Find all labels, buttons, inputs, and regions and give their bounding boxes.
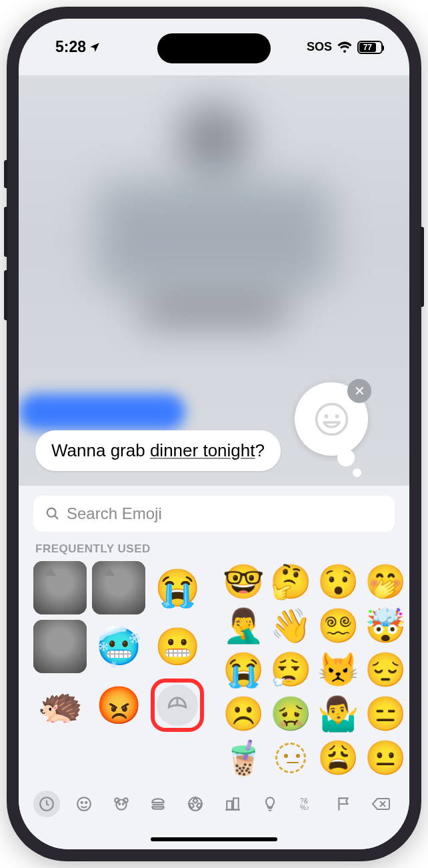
cat-sticker-2[interactable]	[92, 561, 145, 614]
svg-point-8	[85, 802, 87, 803]
cat-sticker-3[interactable]	[33, 620, 87, 673]
emoji-search-input[interactable]: Search Emoji	[33, 496, 395, 532]
emoji-cell[interactable]: 🤦‍♂️	[223, 605, 264, 646]
emoji-cell[interactable]: 🤔	[270, 561, 311, 602]
emoji-cell[interactable]: 🤢	[270, 693, 311, 735]
status-bar: 5:28 SOS 77	[19, 19, 409, 75]
battery-level: 77	[359, 43, 376, 52]
emoji-cell[interactable]: 😯	[317, 561, 359, 602]
contact-name-blur	[141, 299, 287, 322]
flag-icon	[335, 795, 353, 813]
search-placeholder: Search Emoji	[67, 504, 162, 523]
volume-down	[4, 270, 7, 320]
dotted-neutral-icon	[275, 743, 306, 773]
svg-rect-16	[227, 801, 232, 810]
iphone-frame: 5:28 SOS 77	[7, 7, 421, 861]
tapback-popup[interactable]: ✕	[295, 382, 368, 456]
category-travel[interactable]	[219, 791, 246, 817]
bear-icon	[113, 795, 130, 813]
tapback-close-button[interactable]: ✕	[347, 379, 371, 403]
symbols-icon: ?&%♪	[299, 796, 315, 812]
emoji-category-bar: ?&%♪	[19, 779, 409, 825]
svg-point-0	[316, 404, 347, 434]
emoji-cell[interactable]: 😔	[365, 649, 406, 691]
emoji-cell[interactable]: ☹️	[223, 693, 264, 735]
hedgehog[interactable]: 🦔	[33, 679, 87, 732]
location-icon	[89, 41, 101, 53]
emoji-rows: 😭🥶😬🦔😡 🤓🤔😯🤭🤦‍♂️👋😵‍💫🤯😭😮‍💨😾😔☹️🤢🤷‍♂️😑🧋😩😐	[19, 561, 409, 779]
emoji-cell[interactable]: 🤭	[365, 561, 406, 602]
category-smileys[interactable]	[71, 791, 97, 817]
bulb-icon	[261, 795, 279, 813]
emoji-grid: 🤓🤔😯🤭🤦‍♂️👋😵‍💫🤯😭😮‍💨😾😔☹️🤢🤷‍♂️😑🧋😩😐	[223, 561, 409, 779]
emoji-cell[interactable]	[270, 737, 311, 779]
category-animals[interactable]	[108, 791, 135, 817]
svg-point-9	[116, 800, 126, 810]
emoji-cell[interactable]: 👋	[270, 605, 311, 646]
delete-icon	[371, 795, 391, 813]
svg-point-13	[122, 803, 123, 805]
fortune-cookie[interactable]	[151, 679, 204, 732]
battery-icon: 77	[357, 41, 383, 54]
svg-point-1	[324, 414, 328, 418]
message-bubble[interactable]: Wanna grab dinner tonight?	[35, 430, 281, 471]
avatar-blur	[177, 102, 251, 175]
emoji-cell[interactable]: 🤷‍♂️	[317, 693, 359, 735]
emoji-cell[interactable]: 😑	[365, 693, 406, 735]
emoji-cell[interactable]: 😩	[317, 737, 359, 779]
category-recent[interactable]	[33, 791, 60, 817]
category-symbols[interactable]: ?&%♪	[293, 791, 320, 817]
svg-point-6	[77, 797, 91, 811]
volume-up	[4, 207, 7, 257]
emoji-cell[interactable]: 😮‍💨	[270, 649, 311, 691]
emoji-cell[interactable]: 😐	[365, 737, 406, 779]
emoji-cell[interactable]: 🤓	[223, 561, 264, 602]
svg-point-7	[81, 802, 82, 803]
sos-label: SOS	[307, 40, 332, 54]
message-text-post: ?	[255, 440, 264, 460]
emoji-cell[interactable]: 😭	[223, 649, 264, 691]
soccer-icon	[187, 795, 204, 813]
emoji-cell[interactable]: 😾	[317, 649, 359, 691]
category-delete[interactable]	[368, 791, 395, 817]
svg-line-4	[55, 516, 58, 519]
fortune-cookie-icon	[157, 685, 198, 726]
sent-bubble-blur	[19, 394, 185, 430]
message-text-pre: Wanna grab	[51, 440, 150, 460]
home-indicator[interactable]	[151, 837, 277, 841]
sticker-column: 😭🥶😬🦔😡	[33, 561, 204, 779]
cold-face[interactable]: 🥶	[92, 620, 145, 673]
emoji-cell[interactable]: 🤯	[365, 605, 406, 646]
close-icon: ✕	[354, 383, 365, 399]
svg-text:%♪: %♪	[300, 804, 309, 811]
category-food[interactable]	[145, 791, 171, 817]
category-activity[interactable]	[182, 791, 209, 817]
smiley-outline-icon	[313, 401, 350, 438]
building-icon	[224, 795, 241, 813]
smiley-icon	[75, 795, 93, 813]
emoji-cell[interactable]: 🧋	[223, 737, 264, 779]
emoji-keyboard: Search Emoji FREQUENTLY USED 😭🥶😬🦔😡 🤓🤔😯🤭🤦…	[19, 486, 409, 849]
frequently-used-label: FREQUENTLY USED	[19, 542, 409, 561]
clock-icon	[38, 795, 55, 813]
svg-point-11	[123, 798, 128, 803]
loudly-crying[interactable]: 😭	[151, 561, 204, 614]
svg-point-2	[335, 414, 339, 418]
svg-point-12	[119, 803, 120, 805]
grimacing[interactable]: 😬	[151, 620, 204, 673]
svg-point-10	[115, 798, 119, 803]
svg-rect-17	[233, 798, 239, 809]
mute-switch	[4, 160, 7, 188]
conversation-blur: ✕ Wanna grab dinner tonight?	[19, 75, 409, 486]
burger-icon	[149, 795, 167, 813]
category-flags[interactable]	[331, 791, 357, 817]
screen: 5:28 SOS 77	[19, 19, 409, 849]
power-button	[421, 227, 424, 307]
cat-sticker-1[interactable]	[33, 561, 87, 614]
contact-card-blur	[97, 182, 331, 289]
message-text-link[interactable]: dinner tonight	[150, 440, 255, 460]
wifi-icon	[337, 41, 353, 54]
emoji-cell[interactable]: 😵‍💫	[317, 605, 359, 646]
pouting[interactable]: 😡	[92, 679, 145, 732]
category-objects[interactable]	[257, 791, 283, 817]
